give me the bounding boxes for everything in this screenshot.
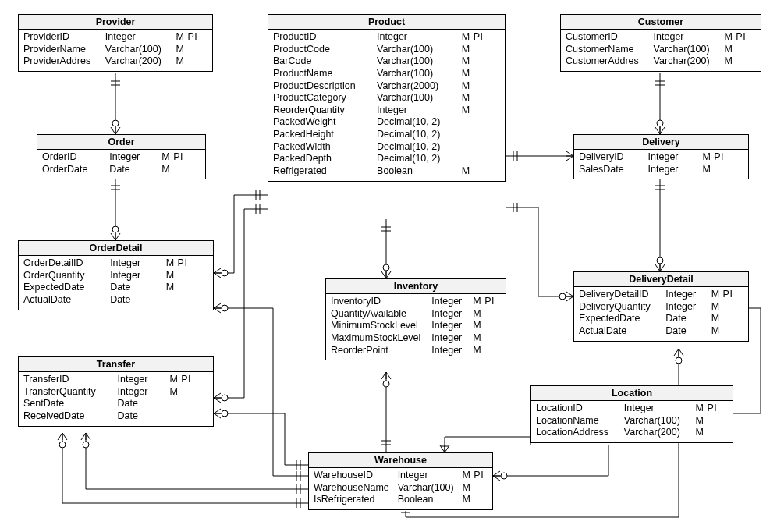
attr-flags <box>169 398 208 410</box>
attr-type: Integer <box>118 374 165 386</box>
attr-name: InventoryID <box>331 296 427 308</box>
svg-point-45 <box>657 257 663 264</box>
attr-name: PackedWeight <box>273 116 372 129</box>
rel-provider-order <box>111 73 120 134</box>
attr-type: Integer <box>648 164 698 176</box>
attr-flags: M <box>462 44 500 56</box>
attr-flags <box>462 129 500 141</box>
attr-type: Integer <box>110 270 161 282</box>
entity-title: Transfer <box>19 357 213 372</box>
attr-name: OrderQuantity <box>23 270 105 282</box>
rel-product-transfer <box>214 204 268 403</box>
entity-order: Order OrderIDIntegerM PIOrderDateDateM <box>37 134 206 179</box>
attr-name: ProviderName <box>23 44 101 56</box>
attr-flags: M PI <box>696 403 728 415</box>
attr-name: ExpectedDate <box>23 282 105 294</box>
attr-flags <box>462 153 500 165</box>
rel-transfer-warehouse-1 <box>58 433 308 508</box>
rel-product-deliverydetail <box>506 203 573 301</box>
attr-name: MaximumStockLevel <box>331 332 427 345</box>
attr-name: ActualDate <box>23 294 105 307</box>
attr-type: Integer <box>648 151 698 164</box>
rel-warehouse-location <box>440 437 530 452</box>
entity-delivery: Delivery DeliveryIDIntegerM PISalesDateI… <box>573 134 749 179</box>
entity-attrs: WarehouseIDIntegerM PIWarehouseNameVarch… <box>309 468 492 509</box>
entity-title: Inventory <box>326 279 506 294</box>
svg-point-20 <box>83 442 89 448</box>
attr-type: Varchar(100) <box>377 55 457 68</box>
entity-attrs: LocationIDIntegerM PILocationNameVarchar… <box>531 401 733 442</box>
attr-flags: M <box>711 313 743 325</box>
attr-type: Integer <box>431 296 468 308</box>
attr-name: ProviderID <box>23 31 101 44</box>
attr-name: IsRefrigerated <box>314 494 393 506</box>
attr-type: Varchar(100) <box>377 68 457 80</box>
attr-type: Varchar(200) <box>105 55 172 68</box>
attr-flags: M <box>702 164 743 176</box>
attr-name: TransferID <box>23 374 113 386</box>
attr-flags: M <box>166 270 208 282</box>
attr-name: ProductName <box>273 68 372 80</box>
entity-deliverydetail: DeliveryDetail DeliveryDetailIDIntegerM … <box>573 271 749 342</box>
attr-name: ProductDescription <box>273 80 372 93</box>
attr-type: Integer <box>431 332 468 345</box>
attr-name: ProductID <box>273 31 372 44</box>
attr-flags: M <box>462 482 488 495</box>
attr-type: Integer <box>377 31 457 44</box>
attr-name: MinimumStockLevel <box>331 320 427 332</box>
rel-transfer-warehouse-3 <box>214 409 308 470</box>
attr-type: Decimal(10, 2) <box>377 116 457 129</box>
attr-flags: M <box>462 494 488 506</box>
svg-point-29 <box>383 264 389 271</box>
attr-type: Integer <box>110 257 161 270</box>
attr-type: Varchar(100) <box>398 482 458 495</box>
attr-flags: M PI <box>169 374 208 386</box>
entity-customer: Customer CustomerIDIntegerM PICustomerNa… <box>560 14 761 72</box>
entity-location: Location LocationIDIntegerM PILocationNa… <box>530 385 733 443</box>
attr-type: Date <box>665 313 706 325</box>
attr-name: ReorderQuantity <box>273 105 372 117</box>
entity-title: Provider <box>19 15 212 30</box>
attr-flags: M <box>473 345 501 357</box>
attr-type: Boolean <box>398 494 458 506</box>
entity-attrs: InventoryIDIntegerM PIQuantityAvailableI… <box>326 294 506 360</box>
attr-flags: M PI <box>462 470 488 482</box>
attr-flags: M <box>166 282 208 294</box>
attr-name: OrderDate <box>42 164 105 176</box>
attr-flags <box>166 294 208 307</box>
attr-name: Refrigerated <box>273 165 372 178</box>
attr-type: Decimal(10, 2) <box>377 141 457 154</box>
svg-point-7 <box>112 226 119 232</box>
entity-title: DeliveryDetail <box>574 272 748 287</box>
attr-name: TransferQuantity <box>23 386 113 399</box>
attr-name: LocationName <box>536 415 619 427</box>
rel-inventory-warehouse <box>381 372 391 452</box>
attr-flags <box>169 410 208 423</box>
svg-point-3 <box>112 120 119 126</box>
attr-type: Integer <box>665 301 706 314</box>
entity-title: OrderDetail <box>19 241 213 256</box>
attr-name: CustomerName <box>566 44 649 56</box>
rel-product-inventory <box>381 219 391 278</box>
svg-point-31 <box>383 381 389 387</box>
attr-name: WarehouseID <box>314 470 393 482</box>
attr-flags: M PI <box>462 31 500 44</box>
entity-title: Warehouse <box>309 453 492 468</box>
attr-flags: M <box>462 68 500 80</box>
attr-type: Varchar(100) <box>624 415 691 427</box>
entity-orderdetail: OrderDetail OrderDetailIDIntegerM PIOrde… <box>18 240 214 310</box>
attr-type: Integer <box>109 151 157 164</box>
svg-point-37 <box>501 473 507 479</box>
attr-name: OrderID <box>42 151 105 164</box>
rel-delivery-deliverydetail <box>655 178 665 271</box>
attr-name: DeliveryDetailID <box>579 289 661 301</box>
attr-flags: M PI <box>473 296 501 308</box>
entity-title: Product <box>268 15 505 30</box>
entity-title: Order <box>37 135 205 150</box>
attr-name: PackedDepth <box>273 153 372 165</box>
attr-type: Date <box>665 325 706 338</box>
attr-type: Date <box>109 164 157 176</box>
attr-name: SentDate <box>23 398 113 410</box>
svg-point-48 <box>559 293 566 300</box>
attr-flags: M <box>462 55 500 68</box>
